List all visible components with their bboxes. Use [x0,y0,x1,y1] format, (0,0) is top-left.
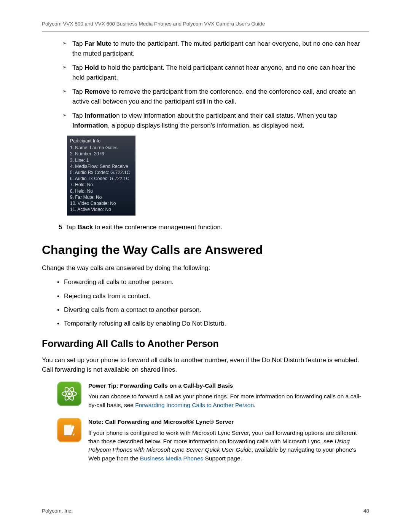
action-list: Tap Far Mute to mute the participant. Th… [42,39,369,130]
step-5: 5Tap Back to exit the conference managem… [50,222,369,232]
note-callout: Note: Call Forwarding and Microsoft® Lyn… [57,418,369,463]
list-item: Rejecting calls from a contact. [57,291,369,301]
popup-line: 7. Hold: No [70,182,132,188]
popup-line: 5. Audio Rx Codec: G.722.1C [70,169,132,176]
forwarding-incoming-link[interactable]: Forwarding Incoming Calls to Another Per… [135,402,254,408]
list-item: Forwarding all calls to another person. [57,277,369,287]
callout-title: Note: Call Forwarding and Microsoft® Lyn… [88,418,369,426]
list-item: Temporarily refusing all calls by enabli… [57,319,369,329]
callout-title: Power Tip: Forwarding Calls on a Call-by… [88,382,369,390]
popup-line: 4. MediaFlow: Send Receive [70,163,132,169]
popup-line: 11. Active Video: No [70,206,132,212]
popup-line: 2. Number: 2076 [70,151,132,157]
callout-text: Power Tip: Forwarding Calls on a Call-by… [88,382,369,409]
popup-line: 9. Far Mute: No [70,194,132,200]
heading-1: Changing the Way Calls are Answered [42,243,369,257]
popup-line: 3. Line: 1 [70,157,132,163]
popup-title: Participant Info [70,138,132,144]
running-header: Polycom VVX 500 and VVX 600 Business Med… [42,21,369,27]
header-rule [42,31,369,32]
popup-line: 6. Audio Tx Codec: G.722.1C [70,176,132,182]
business-media-phones-link[interactable]: Business Media Phones [140,455,203,462]
intro-text: Change the way calls are answered by doi… [42,263,369,273]
svg-marker-6 [73,433,75,436]
popup-line: 1. Name: Lauren Gates [70,145,132,151]
page-footer: Polycom, Inc. 48 [42,508,369,514]
list-item: Tap Hold to hold the participant. The he… [65,63,369,82]
heading-2: Forwarding All Calls to Another Person [42,338,369,349]
section-body: You can set up your phone to forward all… [42,355,369,375]
bullet-list: Forwarding all calls to another person. … [42,277,369,329]
document-page: Polycom VVX 500 and VVX 600 Business Med… [0,0,411,532]
popup-line: 8. Held: No [70,188,132,194]
power-tip-callout: Power Tip: Forwarding Calls on a Call-by… [57,382,369,409]
list-item: Tap Far Mute to mute the participant. Th… [65,39,369,58]
note-pencil-icon [57,418,81,442]
page-number: 48 [363,508,369,514]
list-item: Diverting calls from a contact to anothe… [57,305,369,315]
atom-icon [57,382,81,406]
footer-company: Polycom, Inc. [42,508,73,514]
callout-text: Note: Call Forwarding and Microsoft® Lyn… [88,418,369,463]
list-item: Tap Remove to remove the participant fro… [65,87,369,106]
popup-line: 10. Video Capable: No [70,200,132,206]
participant-info-popup: Participant Info 1. Name: Lauren Gates 2… [67,136,135,216]
svg-point-3 [68,392,71,395]
list-item: Tap Information to view information abou… [65,111,369,130]
